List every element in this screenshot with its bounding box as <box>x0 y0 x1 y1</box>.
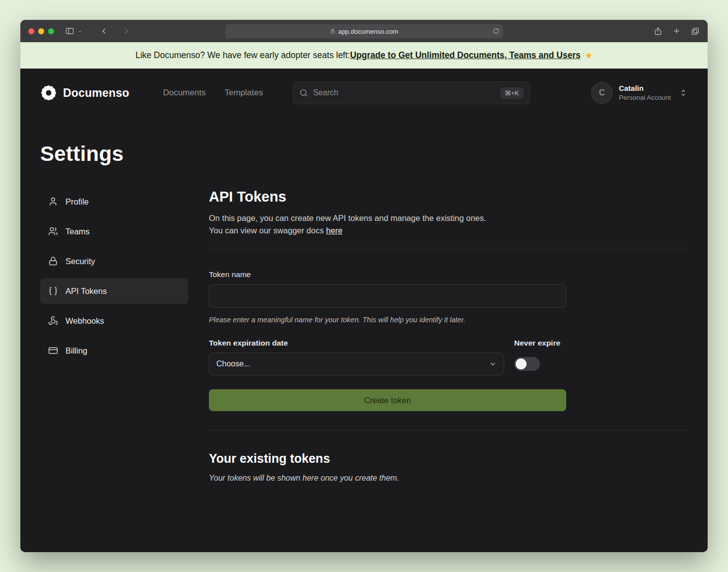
browser-toolbar: app.documenso.com <box>20 20 708 42</box>
token-name-label: Token name <box>209 270 566 279</box>
existing-tokens-heading: Your existing tokens <box>209 451 688 466</box>
description-line2: You can view our swagger docs <box>209 226 326 235</box>
create-token-form: Token name Please enter a meaningful nam… <box>209 270 566 411</box>
lock-icon <box>330 28 335 34</box>
sidebar-item-api-tokens[interactable]: API Tokens <box>40 278 188 304</box>
nav-templates[interactable]: Templates <box>224 88 263 98</box>
search-icon <box>299 88 308 97</box>
api-tokens-panel: API Tokens On this page, you can create … <box>209 189 688 502</box>
close-window-button[interactable] <box>28 28 34 34</box>
global-search[interactable]: ⌘+K <box>293 81 530 104</box>
swagger-docs-link[interactable]: here <box>326 226 342 235</box>
avatar-initial: C <box>599 88 605 97</box>
credit-card-icon <box>48 346 58 356</box>
lock-icon <box>48 256 58 266</box>
minimize-window-button[interactable] <box>38 28 44 34</box>
search-input[interactable] <box>313 88 495 97</box>
expiration-select[interactable]: Choose... <box>209 353 504 375</box>
zoom-window-button[interactable] <box>48 28 54 34</box>
divider <box>209 248 688 248</box>
sidebar-item-billing[interactable]: Billing <box>40 338 188 363</box>
sidebar-item-label: Security <box>66 257 95 266</box>
sidebar-item-profile[interactable]: Profile <box>40 189 188 214</box>
documenso-logo-icon <box>40 84 57 101</box>
expiration-value: Choose... <box>216 359 250 368</box>
token-name-input[interactable] <box>209 284 566 308</box>
share-icon[interactable] <box>654 27 662 36</box>
create-token-button[interactable]: Create token <box>209 389 566 411</box>
user-icon <box>48 197 58 207</box>
sidebar-item-teams[interactable]: Teams <box>40 218 188 244</box>
back-icon[interactable] <box>99 26 109 36</box>
browser-window: app.documenso.com Like Documenso? We hav… <box>20 20 708 552</box>
nav-documents[interactable]: Documents <box>163 88 205 98</box>
account-menu[interactable]: C Catalin Personal Account <box>591 82 688 104</box>
banner-text: Like Documenso? We have few early adopte… <box>135 50 350 61</box>
brand-home-link[interactable]: Documenso <box>40 84 129 101</box>
section-description: On this page, you can create new API tok… <box>209 212 688 237</box>
chevron-down-icon <box>489 360 497 368</box>
star-icon: ★ <box>585 50 593 61</box>
upgrade-link[interactable]: Upgrade to Get Unlimited Documents, Team… <box>350 50 581 61</box>
traffic-lights <box>28 28 54 34</box>
app-header: Documenso Documents Templates ⌘+K C Cata… <box>40 69 688 104</box>
existing-tokens-empty-text: Your tokens will be shown here once you … <box>209 474 688 483</box>
address-bar[interactable]: app.documenso.com <box>225 24 503 38</box>
divider <box>209 430 688 430</box>
refresh-icon[interactable] <box>493 28 499 34</box>
documenso-app: Documenso Documents Templates ⌘+K C Cata… <box>20 69 708 552</box>
expiration-label: Token expiration date <box>209 339 504 348</box>
sidebar-item-label: Profile <box>66 197 89 207</box>
toggle-knob <box>516 358 527 369</box>
webhook-icon <box>48 316 58 326</box>
users-icon <box>48 226 58 236</box>
brand-name: Documenso <box>63 86 129 100</box>
sidebar-toggle-icon[interactable] <box>65 26 74 36</box>
section-heading: API Tokens <box>209 189 688 205</box>
sidebar-item-label: API Tokens <box>66 286 107 296</box>
token-name-help: Please enter a meaningful name for your … <box>209 316 566 324</box>
search-shortcut-badge: ⌘+K <box>500 87 524 99</box>
chevrons-up-down-icon <box>679 88 688 97</box>
never-expire-toggle[interactable] <box>514 357 540 371</box>
page-title: Settings <box>40 142 688 166</box>
main-nav: Documents Templates <box>163 88 263 98</box>
description-line1: On this page, you can create new API tok… <box>209 214 486 222</box>
sidebar-item-label: Billing <box>66 346 87 356</box>
tabs-overview-icon[interactable] <box>691 27 700 36</box>
upgrade-banner: Like Documenso? We have few early adopte… <box>20 42 708 69</box>
sidebar-item-label: Teams <box>66 227 90 236</box>
never-expire-label: Never expire <box>514 339 560 348</box>
sidebar-chevron-down-icon[interactable] <box>77 29 82 34</box>
braces-icon <box>48 286 58 296</box>
sidebar-item-security[interactable]: Security <box>40 248 188 274</box>
account-type: Personal Account <box>619 93 671 102</box>
account-name: Catalin <box>619 83 671 93</box>
forward-icon[interactable] <box>122 26 131 36</box>
sidebar-item-webhooks[interactable]: Webhooks <box>40 308 188 334</box>
avatar: C <box>591 82 613 104</box>
url-text: app.documenso.com <box>338 27 398 35</box>
new-tab-icon[interactable] <box>672 27 681 35</box>
sidebar-item-label: Webhooks <box>66 316 104 326</box>
settings-sidebar: Profile Teams Security <box>40 189 188 363</box>
